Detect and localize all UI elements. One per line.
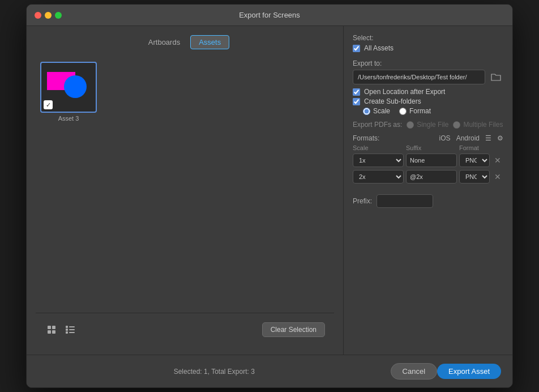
content-area: Artboards Assets ✓ Asset 3	[27, 26, 512, 355]
format-radio-row: Format	[399, 107, 431, 115]
format-row-1: 1x 2x 3x PNG JPG SVG PDF ✕	[353, 154, 503, 167]
right-panel: Select: All Assets Export to:	[344, 26, 512, 355]
list-icon	[66, 326, 75, 334]
list-item[interactable]: ✓ Asset 3	[40, 62, 97, 122]
export-pdfs-section: Export PDFs as: Single File Multiple Fil…	[353, 121, 503, 129]
remove-format-2-button[interactable]: ✕	[492, 172, 503, 181]
svg-rect-9	[69, 332, 75, 333]
prefix-input[interactable]	[377, 194, 433, 208]
format-select-1[interactable]: PNG JPG SVG PDF	[459, 154, 490, 167]
format-radio[interactable]	[399, 108, 407, 115]
list-view-button[interactable]	[63, 323, 78, 336]
select-section: Select: All Assets	[353, 34, 503, 54]
svg-rect-8	[66, 331, 68, 334]
single-file-label: Single File	[417, 121, 448, 129]
svg-rect-3	[52, 330, 55, 334]
grid-view-button[interactable]	[45, 323, 59, 336]
open-location-checkbox[interactable]	[353, 88, 360, 96]
close-button[interactable]	[35, 12, 41, 19]
traffic-lights	[35, 12, 62, 19]
browse-folder-button[interactable]	[489, 70, 503, 84]
multiple-files-label: Multiple Files	[463, 121, 503, 129]
svg-rect-7	[69, 329, 75, 330]
asset-thumbnail: ✓	[40, 62, 97, 113]
asset-label: Asset 3	[40, 115, 97, 122]
svg-rect-1	[52, 326, 55, 329]
ios-button[interactable]: iOS	[439, 134, 451, 142]
tab-assets[interactable]: Assets	[190, 35, 229, 49]
titlebar: Export for Screens	[27, 5, 512, 26]
svg-rect-5	[69, 326, 75, 327]
tabs: Artboards Assets	[36, 35, 334, 49]
grid-icon	[48, 326, 57, 334]
formats-column-headers: Scale Suffix Format	[353, 144, 503, 151]
format-row-2: 1x 2x 3x PNG JPG SVG PDF ✕	[353, 170, 503, 184]
create-subfolders-label: Create Sub-folders	[364, 97, 421, 105]
scale-select-1[interactable]: 1x 2x 3x	[353, 154, 404, 167]
zoom-button[interactable]	[55, 12, 62, 19]
export-pdfs-label: Export PDFs as:	[353, 121, 402, 129]
formats-actions: iOS Android ☰ ⚙	[439, 134, 503, 142]
scale-radio[interactable]	[363, 108, 370, 115]
all-assets-row: All Assets	[353, 44, 503, 52]
suffix-col-header: Suffix	[406, 144, 457, 151]
single-file-row: Single File	[407, 121, 448, 129]
scale-format-group: Scale Format	[363, 107, 503, 115]
export-to-label: Export to:	[353, 59, 503, 67]
minimize-button[interactable]	[45, 12, 52, 19]
main-footer: Selected: 1, Total Export: 3 Cancel Expo…	[27, 355, 512, 387]
format-col-header: Format	[459, 144, 483, 151]
prefix-label: Prefix:	[353, 197, 372, 205]
list-format-button[interactable]: ☰	[485, 134, 491, 142]
formats-section: Formats: iOS Android ☰ ⚙ Scale Suffix Fo…	[353, 134, 503, 186]
create-subfolders-row: Create Sub-folders	[353, 97, 503, 105]
scale-radio-label: Scale	[373, 107, 390, 115]
formats-label: Formats:	[353, 134, 379, 142]
left-bottom-bar: Clear Selection	[36, 313, 334, 346]
path-row	[353, 70, 503, 84]
multiple-files-row: Multiple Files	[453, 121, 503, 129]
open-location-row: Open Location after Export	[353, 88, 503, 96]
svg-rect-4	[66, 326, 68, 328]
formats-header: Formats: iOS Android ☰ ⚙	[353, 134, 503, 142]
multiple-files-radio	[453, 121, 460, 129]
scale-col-header: Scale	[353, 144, 404, 151]
create-subfolders-checkbox[interactable]	[353, 98, 360, 105]
tab-artboards[interactable]: Artboards	[140, 35, 188, 49]
export-path-input[interactable]	[353, 70, 485, 84]
open-location-label: Open Location after Export	[364, 88, 445, 96]
left-panel: Artboards Assets ✓ Asset 3	[27, 26, 344, 355]
prefix-section: Prefix:	[353, 194, 503, 208]
clear-selection-button[interactable]: Clear Selection	[262, 322, 325, 337]
android-button[interactable]: Android	[456, 134, 480, 142]
svg-rect-6	[66, 329, 68, 331]
remove-format-1-button[interactable]: ✕	[492, 156, 503, 165]
suffix-input-1[interactable]	[406, 154, 457, 167]
view-icons	[45, 323, 78, 336]
folder-icon	[491, 73, 501, 82]
svg-rect-2	[48, 330, 51, 334]
cancel-button[interactable]: Cancel	[391, 363, 437, 380]
single-file-radio	[407, 121, 414, 129]
all-assets-label: All Assets	[364, 44, 393, 52]
assets-grid: ✓ Asset 3	[36, 57, 334, 313]
format-radio-label: Format	[409, 107, 431, 115]
format-select-2[interactable]: PNG JPG SVG PDF	[459, 170, 490, 184]
scale-radio-row: Scale	[363, 107, 390, 115]
all-assets-checkbox[interactable]	[353, 45, 360, 52]
select-label: Select:	[353, 34, 503, 42]
export-to-section: Export to: Open Location after Export C	[353, 59, 503, 115]
settings-button[interactable]: ⚙	[497, 134, 503, 142]
asset-checkbox[interactable]: ✓	[44, 100, 53, 109]
blue-circle	[64, 75, 87, 98]
status-text: Selected: 1, Total Export: 3	[38, 368, 391, 376]
window-title: Export for Screens	[239, 11, 300, 19]
formats-list: 1x 2x 3x PNG JPG SVG PDF ✕	[353, 154, 503, 186]
suffix-input-2[interactable]	[406, 170, 457, 184]
export-asset-button[interactable]: Export Asset	[437, 364, 501, 379]
main-window: Export for Screens Artboards Assets ✓	[26, 4, 513, 388]
svg-rect-0	[48, 326, 51, 329]
scale-select-2[interactable]: 1x 2x 3x	[353, 170, 404, 184]
